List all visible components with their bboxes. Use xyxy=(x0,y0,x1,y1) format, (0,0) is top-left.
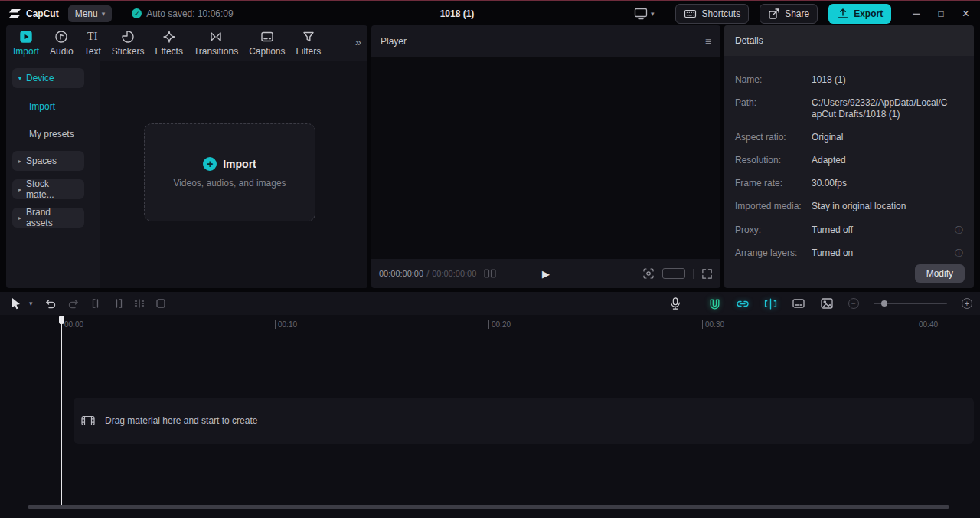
time-separator: / xyxy=(426,269,429,278)
zoom-out-icon[interactable]: − xyxy=(848,298,859,309)
effects-tab-icon xyxy=(162,29,177,44)
capcut-logo-icon xyxy=(8,8,21,19)
tab-stickers[interactable]: Stickers xyxy=(106,29,150,57)
main-track-magnet-icon[interactable] xyxy=(708,298,721,310)
select-tool-icon[interactable] xyxy=(11,297,23,310)
ruler-mark: 00:10 xyxy=(275,320,297,329)
detail-row-imported-media: Imported media: Stay in original locatio… xyxy=(735,201,963,212)
shortcuts-button[interactable]: Shortcuts xyxy=(675,4,749,24)
app-name: CapCut xyxy=(26,8,59,19)
capcut-window: CapCut Menu ▾ ✓ Auto saved: 10:06:09 101… xyxy=(0,0,980,518)
minimize-button[interactable]: ─ xyxy=(913,8,920,19)
mic-icon[interactable] xyxy=(669,297,681,310)
zoom-in-icon[interactable]: + xyxy=(962,298,972,309)
filters-tab-icon xyxy=(301,29,316,44)
timeline-toolbar-right: − + xyxy=(669,292,972,315)
info-icon[interactable]: ⓘ xyxy=(955,225,963,236)
tab-captions[interactable]: Captions xyxy=(243,29,290,57)
ruler-mark: 00:30 xyxy=(702,320,724,329)
film-icon xyxy=(81,415,95,426)
sidebar-item-stock-materials[interactable]: ▸ Stock mate... xyxy=(12,179,84,199)
fullscreen-icon[interactable] xyxy=(701,268,713,280)
tool-caret-icon[interactable]: ▾ xyxy=(29,300,33,307)
preview-axis-icon[interactable] xyxy=(764,298,777,310)
project-title: 1018 (1) xyxy=(440,8,475,19)
monitor-icon xyxy=(634,7,648,20)
sidebar-item-import[interactable]: Import xyxy=(12,99,93,114)
expand-tabs-button[interactable]: » xyxy=(355,35,361,48)
undo-icon[interactable] xyxy=(44,298,57,310)
import-dropzone[interactable]: + Import Videos, audios, and images xyxy=(144,123,315,221)
player-menu-icon[interactable]: ≡ xyxy=(705,35,711,48)
caret-down-icon: ▾ xyxy=(102,10,106,18)
tab-transitions[interactable]: Transitions xyxy=(188,29,243,57)
details-body: Name: 1018 (1) Path: C:/Users/92332/AppD… xyxy=(724,56,974,288)
delete-right-icon[interactable] xyxy=(113,298,123,309)
close-button[interactable]: × xyxy=(962,7,969,21)
zoom-slider-handle[interactable] xyxy=(881,300,887,307)
triangle-right-icon: ▸ xyxy=(18,186,21,193)
ratio-box[interactable] xyxy=(662,268,685,279)
window-controls: ─ □ × xyxy=(913,7,972,21)
timeline-toolbar: ▾ xyxy=(0,292,980,315)
timeline-scrollbar[interactable] xyxy=(28,505,949,509)
sidebar-item-my-presets[interactable]: My presets xyxy=(12,126,93,142)
media-sidebar: ▾ Device Import My presets ▸ Spaces ▸ St… xyxy=(6,61,100,288)
play-button[interactable]: ▶ xyxy=(542,268,550,280)
stickers-tab-icon xyxy=(120,29,136,44)
linkage-icon[interactable] xyxy=(736,298,750,310)
timeline-ruler[interactable]: 00:00 00:10 00:20 00:30 00:40 xyxy=(0,315,980,335)
tab-effects[interactable]: Effects xyxy=(149,29,188,57)
player-title: Player xyxy=(381,36,407,47)
details-panel: Details Name: 1018 (1) Path: C:/Users/92… xyxy=(724,25,974,288)
player-header: Player ≡ xyxy=(371,25,720,57)
workspace: Import Audio TI Text St xyxy=(0,25,980,288)
triangle-right-icon: ▸ xyxy=(18,158,21,165)
tab-filters[interactable]: Filters xyxy=(291,29,327,57)
timeline-empty-hint: Drag material here and start to create xyxy=(105,415,257,426)
display-mode-button[interactable]: ▾ xyxy=(634,7,655,20)
media-content: + Import Videos, audios, and images xyxy=(100,61,368,288)
timeline: ▾ xyxy=(0,292,980,518)
player-panel: Player ≡ 00:00:00:00 / 00:00:00:00 ▶ xyxy=(371,25,720,288)
import-tab-icon xyxy=(18,29,34,44)
captions-tab-icon xyxy=(260,29,275,44)
timeline-dropzone[interactable]: Drag material here and start to create xyxy=(74,398,974,444)
detail-row-arrange-layers: Arrange layers: Turned on ⓘ xyxy=(735,248,963,259)
titlebar-right: ▾ Shortcuts Share Export xyxy=(634,4,972,24)
video-preview[interactable] xyxy=(371,57,720,259)
text-tab-icon: TI xyxy=(87,29,97,44)
import-hint: Videos, audios, and images xyxy=(173,178,286,189)
export-button[interactable]: Export xyxy=(828,4,891,24)
split-icon[interactable] xyxy=(134,298,145,309)
sidebar-item-device[interactable]: ▾ Device xyxy=(12,68,84,88)
zoom-slider[interactable] xyxy=(874,303,947,304)
export-icon xyxy=(837,8,849,19)
maximize-button[interactable]: □ xyxy=(938,8,943,19)
detail-row-aspect-ratio: Aspect ratio: Original xyxy=(735,132,963,143)
playhead[interactable] xyxy=(61,316,62,507)
delete-left-icon[interactable] xyxy=(91,298,102,309)
redo-icon[interactable] xyxy=(67,298,80,310)
modify-button[interactable]: Modify xyxy=(915,264,965,283)
tab-text[interactable]: TI Text xyxy=(79,29,106,57)
captions-toggle-icon[interactable] xyxy=(792,297,805,310)
import-button[interactable]: + Import xyxy=(203,157,256,171)
grid-icon[interactable] xyxy=(484,268,496,279)
titlebar: CapCut Menu ▾ ✓ Auto saved: 10:06:09 101… xyxy=(0,2,980,25)
detail-row-path: Path: C:/Users/92332/AppData/Local/CapCu… xyxy=(735,97,963,120)
cover-icon[interactable] xyxy=(820,297,834,310)
info-icon[interactable]: ⓘ xyxy=(955,248,963,259)
tab-import[interactable]: Import xyxy=(8,29,44,57)
share-button[interactable]: Share xyxy=(760,4,818,24)
details-header: Details xyxy=(724,25,974,56)
delete-icon[interactable] xyxy=(155,298,166,309)
tab-audio[interactable]: Audio xyxy=(44,29,79,57)
sidebar-item-spaces[interactable]: ▸ Spaces xyxy=(12,151,84,171)
sidebar-item-brand-assets[interactable]: ▸ Brand assets xyxy=(12,208,84,228)
focus-icon[interactable] xyxy=(642,267,655,280)
autosave-check-icon: ✓ xyxy=(132,8,142,18)
autosave-text: Auto saved: 10:06:09 xyxy=(146,8,233,19)
media-panel: Import Audio TI Text St xyxy=(6,25,368,288)
menu-button[interactable]: Menu ▾ xyxy=(68,5,113,22)
